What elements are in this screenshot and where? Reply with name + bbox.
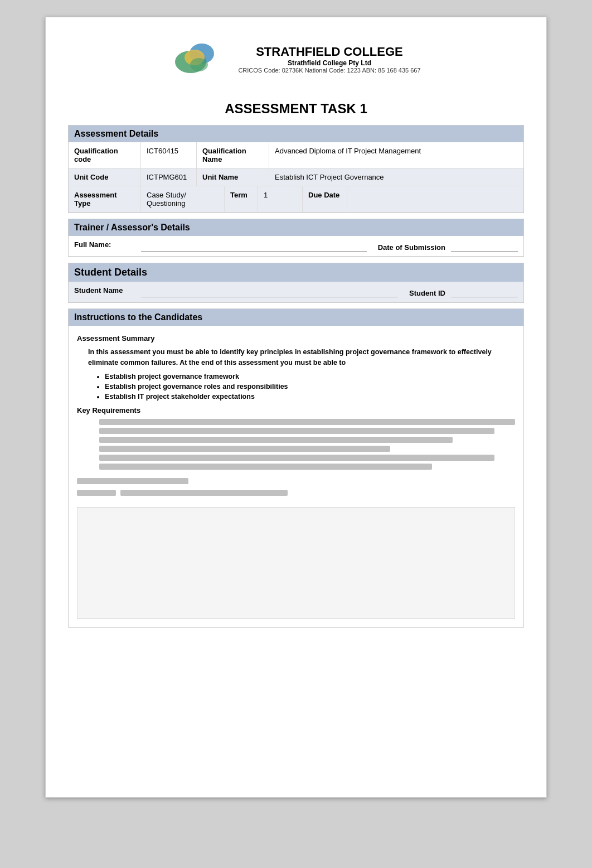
unit-code-label: Unit Code — [69, 168, 141, 186]
term-value: 1 — [258, 186, 303, 212]
blurred-line — [99, 419, 515, 425]
qualification-code-value: ICT60415 — [141, 142, 197, 168]
date-submission-label: Date of Submission — [378, 243, 445, 252]
instructions-section: Instructions to the Candidates Assessmen… — [68, 308, 524, 628]
assessment-summary-title: Assessment Summary — [77, 334, 515, 343]
blurred-line — [99, 428, 494, 434]
college-subtitle: Strathfield College Pty Ltd — [238, 59, 420, 67]
assessment-details-section: Assessment Details Qualification code IC… — [68, 125, 524, 213]
blurred-footer-label — [77, 490, 116, 496]
due-date-value — [347, 186, 523, 212]
instructions-header: Instructions to the Candidates — [69, 309, 523, 326]
bullet-list: Establish project governance framework E… — [105, 373, 515, 401]
trainer-section: Trainer / Assessor's Details Full Name: … — [68, 219, 524, 257]
student-id-value[interactable] — [451, 286, 518, 297]
blurred-line — [99, 437, 453, 443]
assessment-type-label: Assessment Type — [69, 186, 141, 212]
assessment-details-header: Assessment Details — [69, 126, 523, 142]
blurred-content-block — [99, 419, 515, 470]
assessment-summary-text: In this assessment you must be able to i… — [88, 347, 515, 368]
full-name-label: Full Name: — [74, 240, 141, 252]
full-name-value[interactable] — [141, 240, 367, 252]
student-row: Student Name Student ID — [69, 282, 523, 302]
student-name-value[interactable] — [141, 286, 398, 297]
due-date-label: Due Date — [303, 186, 347, 212]
qualification-name-label: Qualification Name — [197, 142, 269, 168]
blurred-footer-2 — [77, 490, 515, 496]
assessment-title: ASSESSMENT TASK 1 — [68, 101, 524, 117]
college-details: CRICOS Code: 02736K National Code: 1223 … — [238, 67, 420, 74]
blurred-line — [99, 455, 494, 461]
student-name-label: Student Name — [74, 286, 141, 297]
header-text: STRATHFIELD COLLEGE Strathfield College … — [238, 45, 420, 74]
header: STRATHFIELD COLLEGE Strathfield College … — [68, 34, 524, 90]
student-id-label: Student ID — [409, 289, 445, 297]
student-id-group: Student ID — [409, 286, 518, 297]
instructions-content: Assessment Summary In this assessment yo… — [69, 326, 523, 627]
student-details-header: Student Details — [69, 263, 523, 282]
student-section: Student Details Student Name Student ID — [68, 263, 524, 303]
blurred-footer-value — [120, 490, 288, 496]
trainer-header: Trainer / Assessor's Details — [69, 219, 523, 236]
bullet-item-3: Establish IT project stakeholder expecta… — [105, 393, 515, 401]
unit-code-value: ICTPMG601 — [141, 168, 197, 186]
bottom-box — [77, 507, 515, 619]
date-submission-value[interactable] — [451, 240, 518, 252]
blurred-line — [99, 446, 390, 452]
key-requirements-title: Key Requirements — [77, 406, 515, 414]
unit-row: Unit Code ICTPMG601 Unit Name Establish … — [69, 168, 523, 186]
assessment-type-row: Assessment Type Case Study/ Questioning … — [69, 186, 523, 213]
qualification-row: Qualification code ICT60415 Qualificatio… — [69, 142, 523, 168]
blurred-footer-1 — [77, 478, 188, 484]
trainer-row: Full Name: Date of Submission — [69, 236, 523, 257]
bullet-item-1: Establish project governance framework — [105, 373, 515, 380]
bullet-item-2: Establish project governance roles and r… — [105, 383, 515, 390]
term-label: Term — [225, 186, 258, 212]
svg-point-3 — [190, 58, 208, 71]
page: STRATHFIELD COLLEGE Strathfield College … — [45, 17, 547, 798]
unit-name-value: Establish ICT Project Governance — [269, 168, 523, 186]
blurred-line — [99, 464, 432, 470]
logo — [171, 34, 221, 84]
date-submission-group: Date of Submission — [378, 240, 518, 252]
qualification-code-label: Qualification code — [69, 142, 141, 168]
unit-name-label: Unit Name — [197, 168, 269, 186]
assessment-type-value: Case Study/ Questioning — [141, 186, 225, 212]
qualification-name-value: Advanced Diploma of IT Project Managemen… — [269, 142, 523, 168]
college-name: STRATHFIELD COLLEGE — [238, 45, 420, 59]
